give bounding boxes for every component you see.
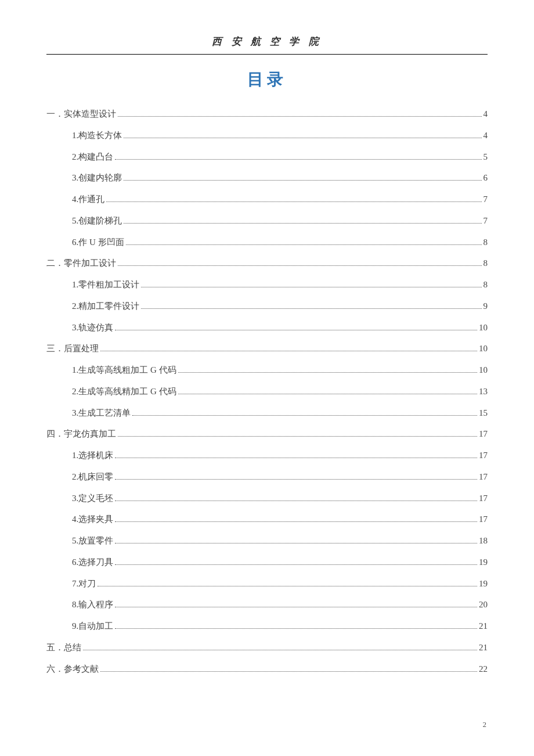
toc-entry-page: 5: [484, 146, 488, 168]
toc-leader-dots: [124, 138, 481, 138]
toc-entry-page: 19: [479, 573, 488, 595]
toc-entry-label: 7.对刀: [72, 573, 96, 595]
toc-entry-page: 17: [479, 488, 488, 509]
toc-entry-label: 2.构建凸台: [72, 146, 113, 168]
toc-leader-dots: [115, 564, 477, 565]
toc-leader-dots: [118, 436, 477, 437]
toc-leader-dots: [106, 201, 481, 202]
toc-entry-page: 22: [479, 658, 488, 680]
toc-entry-page: 10: [479, 317, 488, 339]
toc-entry-label: 四．宇龙仿真加工: [46, 423, 116, 445]
toc-entry[interactable]: 3.创建内轮廓6: [46, 167, 488, 189]
toc-entry-page: 8: [484, 253, 488, 274]
toc-leader-dots: [115, 458, 477, 458]
toc-entry[interactable]: 6.作 U 形凹面8: [46, 232, 488, 253]
toc-leader-dots: [115, 607, 477, 607]
toc-entry-page: 6: [484, 167, 488, 189]
toc-entry[interactable]: 5.创建阶梯孔7: [46, 210, 488, 232]
toc-entry[interactable]: 2.生成等高线精加工 G 代码13: [46, 381, 488, 402]
toc-leader-dots: [115, 521, 477, 522]
page-number: 2: [483, 720, 487, 729]
toc-entry-page: 17: [479, 466, 488, 488]
toc-entry-label: 1.生成等高线粗加工 G 代码: [72, 359, 176, 381]
toc-entry[interactable]: 8.输入程序20: [46, 594, 488, 615]
toc-entry[interactable]: 2.构建凸台5: [46, 146, 488, 168]
toc-entry-page: 8: [484, 274, 488, 296]
toc-entry[interactable]: 三．后置处理10: [46, 338, 488, 359]
toc-leader-dots: [118, 265, 482, 266]
toc-leader-dots: [100, 671, 477, 672]
toc-entry[interactable]: 2.机床回零17: [46, 466, 488, 488]
toc-entry-label: 8.输入程序: [72, 594, 113, 615]
toc-entry[interactable]: 2.精加工零件设计9: [46, 296, 488, 317]
toc-entry[interactable]: 5.放置零件18: [46, 530, 488, 552]
toc-entry[interactable]: 3.轨迹仿真10: [46, 317, 488, 339]
toc-entry-label: 6.选择刀具: [72, 552, 113, 573]
toc-entry-page: 17: [479, 509, 488, 530]
toc-entry[interactable]: 7.对刀19: [46, 573, 488, 595]
toc-entry[interactable]: 1.选择机床17: [46, 445, 488, 466]
toc-leader-dots: [100, 351, 477, 351]
toc-entry-page: 8: [484, 232, 488, 253]
toc-entry-label: 二．零件加工设计: [46, 253, 116, 274]
toc-entry-label: 三．后置处理: [46, 338, 99, 359]
toc-entry-label: 2.精加工零件设计: [72, 296, 139, 317]
toc-entry-label: 五．总结: [46, 637, 81, 658]
toc-entry-page: 13: [479, 381, 488, 402]
header-institution: 西 安 航 空 学 院: [46, 35, 488, 54]
toc-entry-page: 7: [484, 189, 488, 210]
toc-leader-dots: [115, 628, 477, 629]
toc-entry-page: 19: [479, 552, 488, 573]
toc-entry-page: 21: [479, 637, 488, 658]
toc-entry-label: 5.放置零件: [72, 530, 113, 552]
toc-leader-dots: [141, 287, 481, 287]
toc-entry[interactable]: 五．总结21: [46, 637, 488, 658]
header-rule: [46, 54, 488, 55]
toc-entry[interactable]: 4.选择夹具17: [46, 509, 488, 530]
toc-entry[interactable]: 一．实体造型设计4: [46, 103, 488, 125]
toc-entry[interactable]: 9.自动加工21: [46, 615, 488, 637]
toc-entry-label: 1.选择机床: [72, 445, 113, 466]
toc-leader-dots: [115, 479, 477, 480]
toc-entry[interactable]: 1.生成等高线粗加工 G 代码10: [46, 359, 488, 381]
toc-entry[interactable]: 六．参考文献22: [46, 658, 488, 680]
toc-entry-label: 6.作 U 形凹面: [72, 232, 124, 253]
toc-entry-label: 六．参考文献: [46, 658, 99, 680]
toc-entry-label: 4.选择夹具: [72, 509, 113, 530]
toc-leader-dots: [124, 180, 481, 181]
toc-entry-label: 2.机床回零: [72, 466, 113, 488]
toc-entry-page: 18: [479, 530, 488, 552]
toc-entry-label: 3.创建内轮廓: [72, 167, 122, 189]
toc-leader-dots: [115, 543, 477, 543]
toc-entry[interactable]: 6.选择刀具19: [46, 552, 488, 573]
toc-entry[interactable]: 四．宇龙仿真加工17: [46, 423, 488, 445]
toc-entry[interactable]: 4.作通孔7: [46, 189, 488, 210]
toc-entry-label: 3.定义毛坯: [72, 488, 113, 509]
toc-entry[interactable]: 二．零件加工设计8: [46, 253, 488, 274]
toc-leader-dots: [115, 330, 477, 330]
toc-entry-page: 9: [484, 296, 488, 317]
toc-leader-dots: [126, 244, 482, 245]
toc-list: 一．实体造型设计41.构造长方体42.构建凸台53.创建内轮廓64.作通孔75.…: [46, 103, 488, 679]
toc-entry-page: 20: [479, 594, 488, 615]
toc-entry[interactable]: 1.零件粗加工设计8: [46, 274, 488, 296]
toc-entry-label: 2.生成等高线精加工 G 代码: [72, 381, 176, 402]
toc-leader-dots: [83, 650, 477, 650]
toc-entry[interactable]: 1.构造长方体4: [46, 125, 488, 146]
toc-entry-label: 3.生成工艺清单: [72, 402, 131, 424]
toc-entry-label: 1.构造长方体: [72, 125, 122, 146]
toc-entry-page: 4: [484, 125, 488, 146]
toc-entry-page: 10: [479, 359, 488, 381]
document-page: 西 安 航 空 学 院 目录 一．实体造型设计41.构造长方体42.构建凸台53…: [0, 0, 534, 756]
toc-entry-label: 4.作通孔: [72, 189, 104, 210]
toc-entry-page: 4: [484, 103, 488, 125]
toc-leader-dots: [98, 586, 477, 586]
toc-leader-dots: [115, 159, 481, 160]
toc-leader-dots: [141, 308, 481, 309]
toc-leader-dots: [178, 394, 477, 394]
toc-entry[interactable]: 3.定义毛坯17: [46, 488, 488, 509]
toc-heading: 目录: [46, 69, 488, 91]
toc-entry-page: 21: [479, 615, 488, 637]
toc-entry-label: 3.轨迹仿真: [72, 317, 113, 339]
toc-entry[interactable]: 3.生成工艺清单15: [46, 402, 488, 424]
